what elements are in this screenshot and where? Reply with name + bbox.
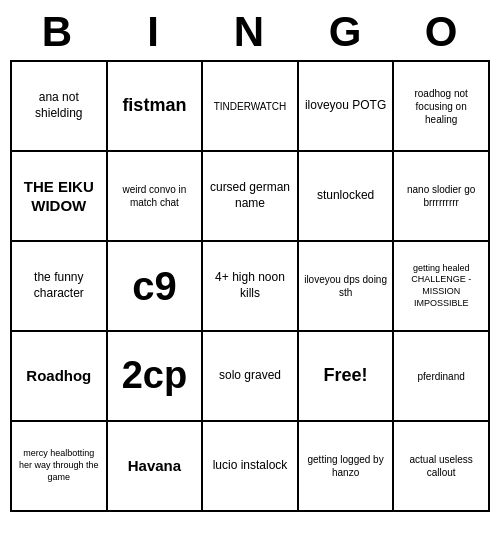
cell-3-4: pferdinand <box>394 332 488 420</box>
cell-4-1: Havana <box>108 422 204 510</box>
cell-1-3: stunlocked <box>299 152 395 240</box>
cell-2-2: 4+ high noon kills <box>203 242 299 330</box>
bingo-row-1: THE EIKU WIDOW weird convo in match chat… <box>12 152 488 242</box>
cell-4-3: getting logged by hanzo <box>299 422 395 510</box>
cell-1-0: THE EIKU WIDOW <box>12 152 108 240</box>
cell-4-0: mercy healbotting her way through the ga… <box>12 422 108 510</box>
bingo-row-0: ana not shielding fistman TINDERWATCH il… <box>12 62 488 152</box>
bingo-row-2: the funny character c9 4+ high noon kill… <box>12 242 488 332</box>
cell-3-1: 2cp <box>108 332 204 420</box>
bingo-row-3: Roadhog 2cp solo graved Free! pferdinand <box>12 332 488 422</box>
cell-4-2: lucio instalock <box>203 422 299 510</box>
title-n: N <box>206 8 294 56</box>
bingo-grid: ana not shielding fistman TINDERWATCH il… <box>10 60 490 512</box>
cell-1-4: nano slodier go brrrrrrrrr <box>394 152 488 240</box>
cell-1-2: cursed german name <box>203 152 299 240</box>
title-i: I <box>110 8 198 56</box>
cell-3-2: solo graved <box>203 332 299 420</box>
cell-0-0: ana not shielding <box>12 62 108 150</box>
cell-0-3: iloveyou POTG <box>299 62 395 150</box>
cell-2-4: getting healed CHALLENGE - MISSION IMPOS… <box>394 242 488 330</box>
title-o: O <box>398 8 486 56</box>
cell-0-1: fistman <box>108 62 204 150</box>
bingo-row-4: mercy healbotting her way through the ga… <box>12 422 488 510</box>
cell-4-4: actual useless callout <box>394 422 488 510</box>
title-b: B <box>14 8 102 56</box>
cell-0-4: roadhog not focusing on healing <box>394 62 488 150</box>
title-g: G <box>302 8 390 56</box>
bingo-title: B I N G O <box>10 0 490 60</box>
cell-2-0: the funny character <box>12 242 108 330</box>
cell-3-0: Roadhog <box>12 332 108 420</box>
cell-3-3: Free! <box>299 332 395 420</box>
cell-1-1: weird convo in match chat <box>108 152 204 240</box>
cell-2-1: c9 <box>108 242 204 330</box>
cell-0-2: TINDERWATCH <box>203 62 299 150</box>
cell-2-3: iloveyou dps doing sth <box>299 242 395 330</box>
